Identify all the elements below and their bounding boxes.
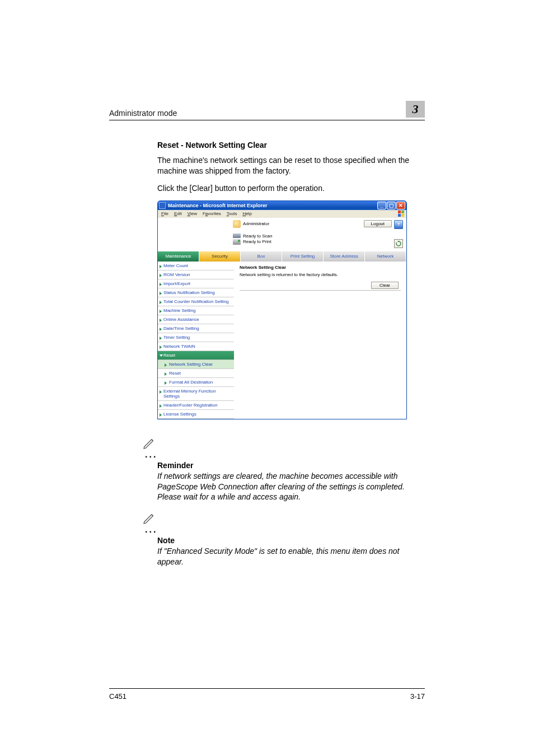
tab-network[interactable]: Network [365,251,406,262]
menu-help[interactable]: Help [243,211,252,216]
sidebar-item-online-assistance[interactable]: Online Assistance [158,315,234,324]
sidebar-item-external-memory[interactable]: External Memory Function Settings [158,387,234,401]
printer-icon [233,239,241,245]
main-description: Network setting is returned to the facto… [240,272,401,277]
tab-print-setting[interactable]: Print Setting [282,251,324,262]
sidebar-item-status-notification[interactable]: Status Notification Setting [158,288,234,297]
clear-button[interactable]: Clear [371,282,399,289]
admin-label: Administrator [243,221,269,226]
menu-tools[interactable]: Tools [227,211,237,216]
menu-view[interactable]: View [188,211,197,216]
header-title: Administrator mode [109,109,177,118]
ie-menubar: File Edit View Favorites Tools Help [158,210,406,218]
admin-user-icon [233,220,241,228]
svg-rect-3 [401,214,404,217]
sidebar-sub-format-all-destination[interactable]: Format All Destination [158,378,234,387]
footer-model: C451 [109,692,127,701]
ie-window-title: Maintenance - Microsoft Internet Explore… [168,203,268,208]
sidebar-sub-network-setting-clear[interactable]: Network Setting Clear [158,360,234,369]
sidebar-item-import-export[interactable]: Import/Export [158,279,234,288]
tab-store-address[interactable]: Store Address [324,251,365,262]
menu-edit[interactable]: Edit [174,211,182,216]
ie-titlebar: Maintenance - Microsoft Internet Explore… [158,201,406,210]
section-title: Reset - Network Setting Clear [157,141,425,150]
sidebar-item-meter-count[interactable]: Meter Count [158,262,234,270]
chapter-number: 3 [406,101,425,118]
callout-note: ... Note If "Enhanced Security Mode" is … [142,511,425,567]
note-body: If "Enhanced Security Mode" is set to en… [157,546,425,567]
body-para-1: The machine's network settings can be re… [157,155,425,176]
maximize-icon[interactable]: ▢ [387,202,396,209]
reminder-body: If network settings are cleared, the mac… [157,471,425,503]
ie-app-icon [159,202,166,209]
sidebar-item-network-twain[interactable]: Network TWAIN [158,342,234,351]
page-header: Administrator mode 3 [109,101,425,120]
note-head: Note [157,536,425,545]
dots-icon: ... [145,525,157,534]
sidebar-item-machine-setting[interactable]: Machine Setting [158,306,234,315]
sidebar-item-total-counter-notification[interactable]: Total Counter Notification Setting [158,297,234,306]
dots-icon: ... [145,450,157,459]
callout-reminder: ... Reminder If network settings are cle… [142,436,425,503]
pencil-icon [142,511,425,526]
minimize-icon[interactable]: _ [377,202,386,209]
tab-box[interactable]: Box [241,251,282,262]
tab-maintenance[interactable]: Maintenance [158,251,199,262]
status-scan: Ready to Scan [243,234,272,239]
sidebar: Meter Count ROM Version Import/Export St… [158,262,234,419]
footer-page: 3-17 [410,692,425,701]
sidebar-item-reset[interactable]: Reset [158,351,234,360]
sidebar-item-date-time[interactable]: Date/Time Setting [158,324,234,333]
webapp-tabs: Maintenance Security Box Print Setting S… [158,251,406,262]
svg-rect-1 [401,211,404,213]
page-footer: C451 3-17 [109,688,425,701]
body-para-2: Click the [Clear] button to perform the … [157,183,425,194]
webapp-top-bar: Administrator Ready to Scan Ready to Pri… [158,218,406,251]
main-pane: Network Setting Clear Network setting is… [234,262,406,419]
svg-line-5 [152,515,153,516]
windows-flag-icon [398,211,405,217]
sidebar-item-timer-setting[interactable]: Timer Setting [158,333,234,342]
reminder-head: Reminder [157,461,425,470]
sidebar-item-header-footer[interactable]: Header/Footer Registration [158,401,234,410]
close-icon[interactable]: ✕ [396,202,405,209]
main-title: Network Setting Clear [240,265,401,270]
screenshot-ie-window: Maintenance - Microsoft Internet Explore… [157,200,407,419]
sidebar-item-rom-version[interactable]: ROM Version [158,270,234,279]
scanner-icon [233,234,241,238]
refresh-button[interactable] [394,239,403,248]
sidebar-item-license-settings[interactable]: License Settings [158,410,234,419]
svg-rect-0 [398,211,401,213]
pencil-icon [142,436,425,451]
menu-favorites[interactable]: Favorites [203,211,221,216]
help-button[interactable]: ? [394,220,403,229]
svg-rect-2 [398,214,401,217]
status-print: Ready to Print [243,239,271,244]
logout-button[interactable]: Logout [364,220,392,227]
sidebar-sub-reset[interactable]: Reset [158,369,234,378]
menu-file[interactable]: File [161,211,168,216]
tab-security[interactable]: Security [199,251,241,262]
svg-line-4 [152,439,153,440]
